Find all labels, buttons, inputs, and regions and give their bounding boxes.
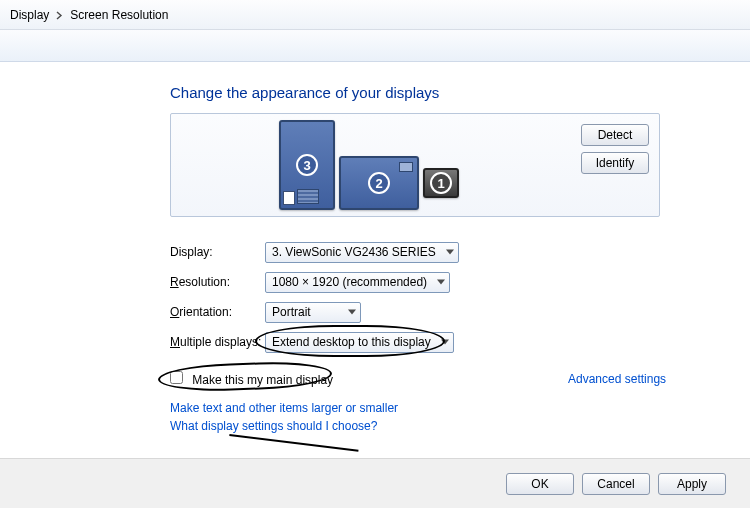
page-title: Change the appearance of your displays bbox=[170, 84, 750, 101]
monitor-3[interactable]: 3 bbox=[279, 120, 335, 210]
resolution-label: Resolution: bbox=[170, 275, 265, 289]
ok-button[interactable]: OK bbox=[506, 473, 574, 495]
monitor-1-number: 1 bbox=[430, 172, 452, 194]
cancel-button[interactable]: Cancel bbox=[582, 473, 650, 495]
chevron-down-icon bbox=[446, 250, 454, 255]
monitor-1[interactable]: 1 bbox=[423, 168, 459, 198]
chevron-down-icon bbox=[437, 280, 445, 285]
orientation-label: Orientation: bbox=[170, 305, 265, 319]
monitor-2-window-icon bbox=[399, 162, 413, 172]
multiple-displays-select[interactable]: Extend desktop to this display bbox=[265, 332, 454, 353]
address-bar: Display Screen Resolution bbox=[0, 0, 750, 30]
display-select-value: 3. ViewSonic VG2436 SERIES bbox=[272, 245, 436, 259]
dialog-button-strip: OK Cancel Apply bbox=[0, 458, 750, 508]
orientation-select-value: Portrait bbox=[272, 305, 311, 319]
display-help-link[interactable]: What display settings should I choose? bbox=[170, 419, 660, 433]
resolution-select[interactable]: 1080 × 1920 (recommended) bbox=[265, 272, 450, 293]
text-size-link[interactable]: Make text and other items larger or smal… bbox=[170, 401, 660, 415]
chevron-down-icon bbox=[348, 310, 356, 315]
monitor-3-keyboard-icon bbox=[297, 189, 319, 204]
main-display-checkbox[interactable] bbox=[170, 371, 183, 384]
identify-button[interactable]: Identify bbox=[581, 152, 649, 174]
monitor-2[interactable]: 2 bbox=[339, 156, 419, 210]
monitor-3-window-icon bbox=[283, 191, 295, 205]
apply-button[interactable]: Apply bbox=[658, 473, 726, 495]
display-preview-panel[interactable]: 3 2 1 Detect Identify bbox=[170, 113, 660, 217]
chevron-down-icon bbox=[441, 340, 449, 345]
display-label: Display: bbox=[170, 245, 265, 259]
display-settings-form: Display: 3. ViewSonic VG2436 SERIES Reso… bbox=[170, 237, 660, 433]
resolution-select-value: 1080 × 1920 (recommended) bbox=[272, 275, 427, 289]
advanced-settings-link[interactable]: Advanced settings bbox=[568, 372, 666, 386]
breadcrumb-display[interactable]: Display bbox=[6, 6, 53, 24]
monitor-2-number: 2 bbox=[368, 172, 390, 194]
orientation-select[interactable]: Portrait bbox=[265, 302, 361, 323]
content-area: Change the appearance of your displays 3… bbox=[0, 62, 750, 433]
monitor-3-number: 3 bbox=[296, 154, 318, 176]
screen-resolution-window: Display Screen Resolution Change the app… bbox=[0, 0, 750, 508]
breadcrumb-separator-icon bbox=[56, 9, 63, 20]
multiple-displays-select-value: Extend desktop to this display bbox=[272, 335, 431, 349]
detect-button[interactable]: Detect bbox=[581, 124, 649, 146]
multiple-displays-label: Multiple displays: bbox=[170, 335, 265, 349]
toolbar-area bbox=[0, 30, 750, 62]
breadcrumb-screen-resolution[interactable]: Screen Resolution bbox=[66, 6, 172, 24]
help-links: Make text and other items larger or smal… bbox=[170, 401, 660, 433]
display-select[interactable]: 3. ViewSonic VG2436 SERIES bbox=[265, 242, 459, 263]
main-display-checkbox-label[interactable]: Make this my main display bbox=[192, 373, 333, 387]
